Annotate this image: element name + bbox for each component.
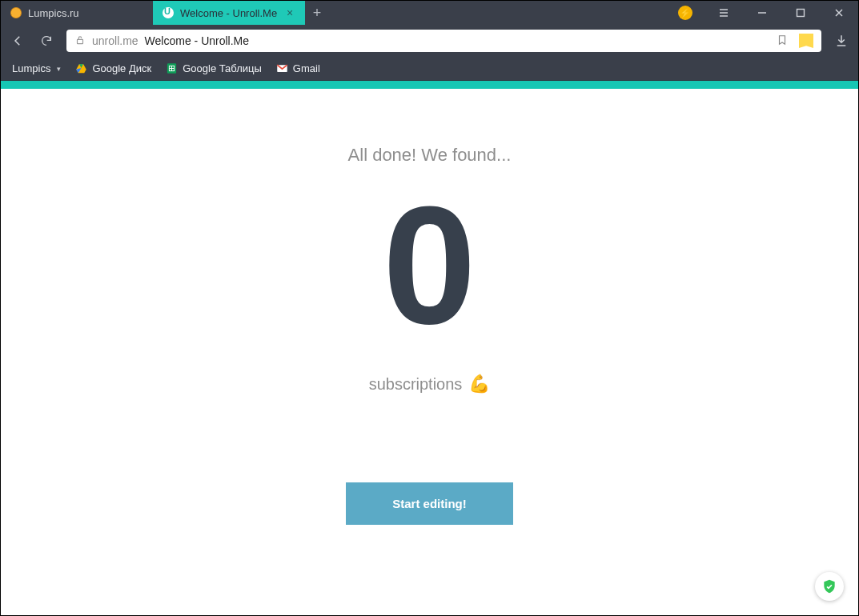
drive-icon xyxy=(75,62,87,74)
back-button[interactable] xyxy=(9,32,26,50)
bookmark-label: Google Таблицы xyxy=(183,62,262,74)
start-editing-button[interactable]: Start editing! xyxy=(346,482,513,525)
lock-icon xyxy=(74,34,86,48)
close-tab-icon[interactable]: × xyxy=(284,7,295,18)
bookmark-drive[interactable]: Google Диск xyxy=(75,62,151,74)
reload-button[interactable] xyxy=(38,32,55,50)
downloads-button[interactable] xyxy=(833,32,850,50)
menu-icon[interactable] xyxy=(704,1,743,25)
headline-text: All done! We found... xyxy=(348,145,512,166)
subscription-count: 0 xyxy=(383,182,476,350)
brand-stripe xyxy=(1,81,858,89)
bookmark-icon[interactable] xyxy=(777,34,788,48)
page-content: All done! We found... 0 subscriptions 💪 … xyxy=(1,89,858,615)
gmail-icon xyxy=(276,62,288,74)
bookmarks-menu-label: Lumpics xyxy=(12,62,50,74)
bookmarks-menu[interactable]: Lumpics xyxy=(12,62,61,74)
sheets-icon xyxy=(166,62,178,74)
titlebar: Lumpics.ru Welcome - Unroll.Me × + ⚡ xyxy=(1,1,858,25)
bookmark-label: Google Диск xyxy=(92,62,151,74)
turbo-icon[interactable]: ⚡ xyxy=(666,1,704,25)
bookmark-gmail[interactable]: Gmail xyxy=(276,62,320,74)
tab-lumpics[interactable]: Lumpics.ru xyxy=(1,1,153,25)
browser-window: Lumpics.ru Welcome - Unroll.Me × + ⚡ xyxy=(0,0,859,616)
bookmark-sheets[interactable]: Google Таблицы xyxy=(166,62,262,74)
address-bar[interactable]: unroll.me Welcome - Unroll.Me xyxy=(66,30,821,52)
address-host: unroll.me xyxy=(92,34,138,47)
new-tab-button[interactable]: + xyxy=(305,1,329,25)
minimize-button[interactable] xyxy=(743,1,781,25)
bookmarks-bar: Lumpics Google Диск Google Таблицы Gmail xyxy=(1,57,858,81)
bookmark-label: Gmail xyxy=(293,62,320,74)
maximize-button[interactable] xyxy=(781,1,820,25)
yandex-shield-icon[interactable] xyxy=(799,34,813,48)
window-controls xyxy=(704,1,858,25)
address-row: unroll.me Welcome - Unroll.Me xyxy=(1,25,858,57)
tab-strip: Lumpics.ru Welcome - Unroll.Me × + xyxy=(1,1,666,25)
subline: subscriptions 💪 xyxy=(369,374,491,394)
svg-rect-1 xyxy=(78,39,83,43)
tab-label: Welcome - Unroll.Me xyxy=(180,7,277,19)
subline-text: subscriptions xyxy=(369,375,463,394)
tab-label: Lumpics.ru xyxy=(28,7,79,19)
address-title: Welcome - Unroll.Me xyxy=(145,34,249,47)
svg-rect-0 xyxy=(797,10,805,17)
security-shield-badge[interactable] xyxy=(815,572,844,601)
favicon-lumpics-icon xyxy=(10,7,22,18)
muscle-emoji-icon: 💪 xyxy=(468,374,490,394)
favicon-unroll-icon xyxy=(163,7,174,18)
close-window-button[interactable] xyxy=(820,1,858,25)
tab-unroll[interactable]: Welcome - Unroll.Me × xyxy=(153,1,305,25)
